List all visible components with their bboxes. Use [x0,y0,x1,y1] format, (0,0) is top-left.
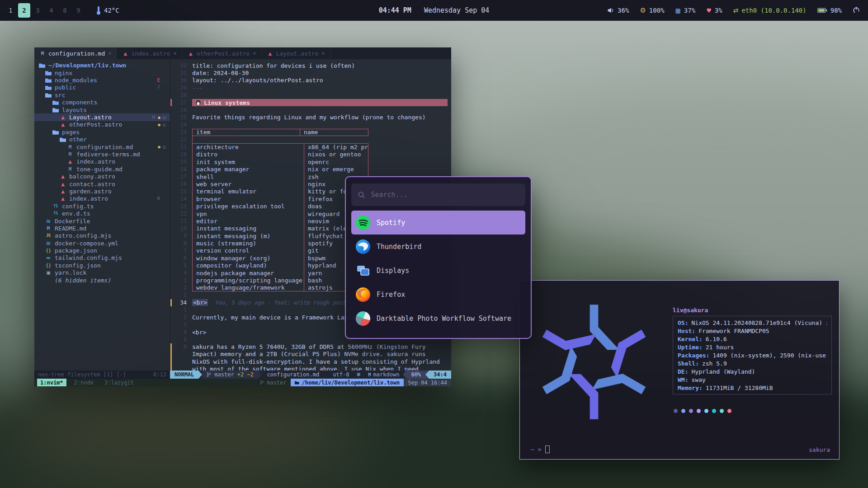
tree-item[interactable]: index.astro [34,158,170,165]
tree-item[interactable]: src [34,91,170,99]
line-number: 26 [173,107,192,113]
workspace-button[interactable]: 3 [32,3,44,18]
fetch-value: zsh 5.9 [702,360,727,367]
tree-item[interactable]: Layout.astro H ● ▢ [34,113,170,121]
editor-tab[interactable]: configuration.md × [34,47,117,59]
tree-item-label: public [55,84,76,91]
tree-item[interactable]: yarn.lock [34,269,170,277]
tree-item[interactable]: Dockerfile [34,217,170,225]
tree-item[interactable]: public ? [34,84,170,91]
table-cell-item: webdev language/framework [193,284,304,291]
tree-item[interactable]: index.astro H [34,195,170,202]
tmux-window[interactable]: 2:node [71,379,97,386]
tree-item[interactable]: package.json [34,247,170,254]
file-icon [52,203,59,209]
filetype-icon [123,51,128,56]
workspace-button[interactable]: 1 [5,3,17,18]
temperature-value: 42°C [104,7,119,14]
tmux-window[interactable]: 3:lazygit [101,379,137,386]
disk-module[interactable]: ▦ 37% [675,7,696,14]
file-tree[interactable]: ~/Development/liv.town nginx [34,59,170,371]
gutter-sign [170,188,172,195]
tree-item[interactable]: fediverse-terms.md [34,150,170,158]
file-icon [52,100,59,105]
tab-close-icon[interactable]: × [321,50,325,56]
gutter-sign [170,254,172,262]
fetch-terminal[interactable]: liv@sakura OS: NixOS 24.11.20240828.71e9… [519,280,840,460]
power-button[interactable] [853,7,860,14]
tree-item[interactable]: tailwind.config.mjs [34,254,170,262]
brightness-module[interactable]: ⚙ 100% [640,6,664,14]
shell-prompt[interactable]: ~ > [531,446,550,453]
tree-item-label: (6 hidden items) [55,277,111,284]
file-icon [52,211,59,216]
battery-module[interactable]: 98% [817,7,842,14]
table-cell-item: instant messaging [193,225,304,232]
search-input[interactable] [370,190,519,199]
tree-item[interactable]: layouts [34,106,170,113]
tree-item[interactable]: env.d.ts [34,210,170,217]
tree-item[interactable]: docker-compose.yml [34,239,170,247]
gutter-sign [170,143,172,150]
tab-close-icon[interactable]: × [174,50,177,56]
tree-item[interactable]: astro.config.mjs [34,232,170,239]
gutter-sign [170,225,172,232]
launcher-item-darktable[interactable]: Darktable Photo Workflow Software [351,306,525,330]
launcher-item-thunderbird[interactable]: Thunderbird [351,235,525,258]
filename-text: configuration.md [267,371,320,378]
tmux-window[interactable]: 1:nvim* [37,379,66,386]
tree-item[interactable]: otherPost.astro ● ▢ [34,121,170,128]
table-cells: privilege escalation tool doas [192,202,368,210]
tree-root[interactable]: ~/Development/liv.town [34,61,170,69]
launcher-item-spotify[interactable]: Spotify [351,211,525,235]
workspace-button[interactable]: 4 [45,3,57,18]
app-launcher[interactable]: Spotify Thunderbird Displays Firefox Dar… [345,176,532,339]
launcher-item-firefox[interactable]: Firefox [351,282,525,306]
workspace-button[interactable]: 9 [72,3,85,18]
tree-item[interactable]: garden.astro [34,188,170,195]
tmux-datetime-text: Sep 04 16:44 [408,380,447,386]
fetch-info-line: OS: NixOS 24.11.20240828.71e91c4 (Vicuna… [678,319,827,326]
tree-item-label: README.md [55,225,86,232]
tree-item[interactable]: configuration.md ● ▢ [34,143,170,150]
tree-item[interactable]: tone-guide.md [34,165,170,173]
tree-item[interactable]: tsconfig.json [34,262,170,269]
launcher-search[interactable] [351,183,525,206]
tree-item[interactable]: nginx [34,69,170,76]
fetch-info-line: DE: Hyprland (Wayland) [678,368,827,375]
tree-item[interactable]: config.ts [34,202,170,210]
tree-item[interactable]: contact.astro [34,180,170,188]
workspace-button[interactable]: 2 [18,3,30,18]
tab-close-icon[interactable]: × [108,50,111,56]
tree-item[interactable]: other [34,136,170,143]
workspace-button[interactable]: 8 [59,3,71,18]
line-text: Favorite things regarding Linux and my w… [192,114,426,121]
tree-item[interactable]: (6 hidden items) [34,277,170,284]
tree-item[interactable]: pages [34,128,170,136]
gutter-sign [170,328,172,336]
network-module[interactable]: ⇄ eth0 (10.0.0.140) [733,7,807,14]
editor-tab[interactable]: otherPost.astro × [183,47,262,59]
modified-dot-icon: ● [158,122,160,127]
cpu-module[interactable]: ♥ 3% [706,7,722,14]
tab-label: index.astro [131,50,170,57]
launcher-item-displays[interactable]: Displays [351,258,525,282]
git-blame-text: You, 5 days ago - feat: write rough post… [215,300,365,306]
paragraph-text: sakura has a Ryzen 5 7640U, 32GB of DDR5… [192,343,443,371]
tree-item[interactable]: node_modules E [34,76,170,84]
tree-item[interactable]: balcony.astro [34,173,170,180]
tree-item-label: package.json [55,247,97,254]
volume-module[interactable]: 36% [607,7,629,14]
tree-item-label: Dockerfile [55,218,90,225]
table-cell-item: window manager (xorg) [193,254,304,262]
tab-label: configuration.md [48,50,105,57]
editor-tab[interactable]: index.astro × [117,47,182,59]
table-cell-name: x86_64 (rip m2 pro) [304,144,368,150]
editor-tab[interactable]: Layout.astro × [262,47,330,59]
tree-item[interactable]: components [34,99,170,106]
line-number: 15 [173,188,192,195]
tab-close-icon[interactable]: × [253,50,256,56]
fetch-value: 1409 (nix-system), 2590 (nix-user) [712,352,827,359]
table-header-cell: name [300,129,368,136]
tree-item[interactable]: README.md [34,225,170,232]
